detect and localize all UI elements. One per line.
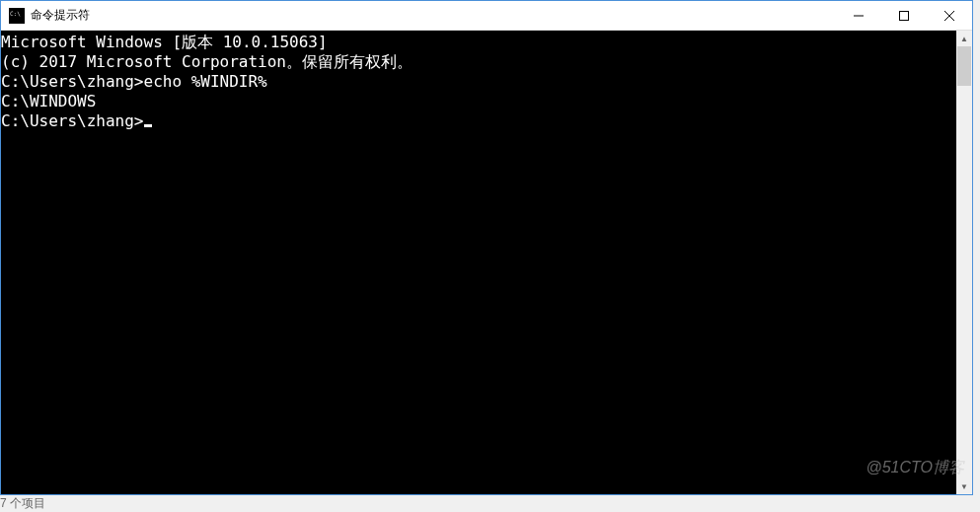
svg-rect-1 bbox=[900, 11, 909, 20]
cmd-icon bbox=[9, 8, 25, 24]
minimize-button[interactable] bbox=[836, 1, 881, 30]
terminal-area: Microsoft Windows [版本 10.0.15063](c) 201… bbox=[1, 31, 972, 494]
window-title: 命令提示符 bbox=[31, 7, 836, 24]
maximize-icon bbox=[899, 11, 909, 21]
terminal-line: Microsoft Windows [版本 10.0.15063] bbox=[1, 33, 956, 52]
close-button[interactable] bbox=[927, 1, 972, 30]
titlebar[interactable]: 命令提示符 bbox=[1, 1, 972, 31]
maximize-button[interactable] bbox=[881, 1, 927, 30]
terminal-line: C:\WINDOWS bbox=[1, 92, 956, 111]
scroll-up-button[interactable]: ▲ bbox=[956, 31, 972, 46]
scroll-down-button[interactable]: ▼ bbox=[956, 478, 972, 494]
scrollbar-thumb[interactable] bbox=[957, 46, 971, 86]
terminal-line: (c) 2017 Microsoft Corporation。保留所有权利。 bbox=[1, 52, 956, 72]
minimize-icon bbox=[854, 11, 864, 21]
cursor bbox=[144, 124, 152, 127]
close-icon bbox=[944, 11, 954, 21]
terminal-output[interactable]: Microsoft Windows [版本 10.0.15063](c) 201… bbox=[1, 31, 956, 494]
vertical-scrollbar[interactable]: ▲ ▼ bbox=[956, 31, 972, 494]
footer-status: 7 个项目 bbox=[0, 495, 45, 512]
terminal-line: C:\Users\zhang>echo %WINDIR% bbox=[1, 72, 956, 92]
window-controls bbox=[836, 1, 972, 30]
terminal-line: C:\Users\zhang> bbox=[1, 111, 956, 131]
command-prompt-window: 命令提示符 Microsoft Windows [版本 10.0.15063](… bbox=[0, 0, 973, 495]
